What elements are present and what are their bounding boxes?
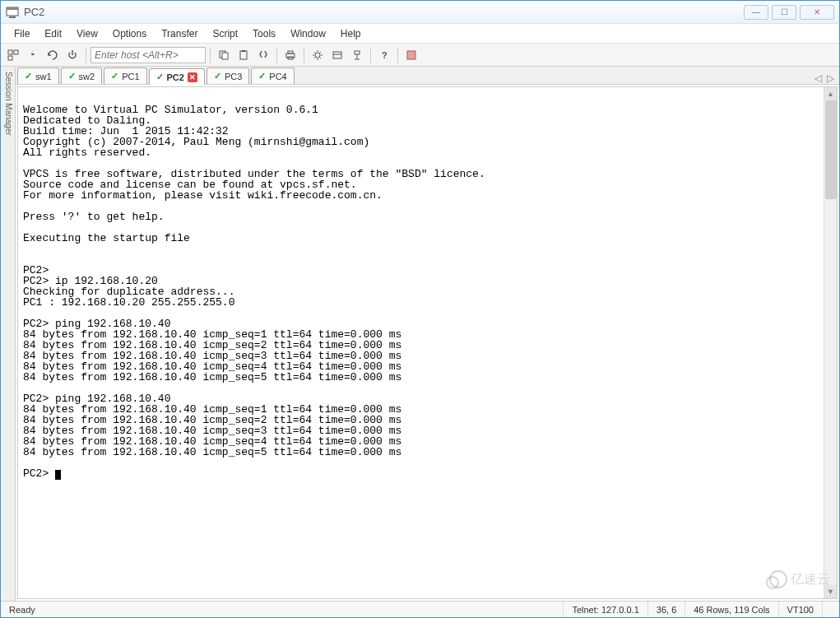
main-area: Session Manager ✓sw1 ✓sw2 ✓PC1 ✓PC2✕ ✓PC… bbox=[1, 67, 839, 601]
extra-tool-icon[interactable] bbox=[402, 46, 420, 64]
window-controls: ― ☐ ✕ bbox=[744, 5, 834, 20]
tab-label: sw1 bbox=[35, 72, 52, 81]
app-window: PC2 ― ☐ ✕ File Edit View Options Transfe… bbox=[0, 0, 840, 618]
scroll-up-icon[interactable]: ▲ bbox=[824, 87, 837, 100]
host-input[interactable] bbox=[90, 47, 206, 63]
tab-prev-icon[interactable]: ◁ bbox=[814, 72, 822, 84]
svg-rect-17 bbox=[355, 51, 360, 54]
tab-pc1[interactable]: ✓PC1 bbox=[104, 67, 146, 84]
menu-tools[interactable]: Tools bbox=[246, 26, 282, 42]
scrollbar[interactable]: ▲ ▼ bbox=[824, 87, 837, 598]
menubar: File Edit View Options Transfer Script T… bbox=[1, 24, 839, 44]
menu-edit[interactable]: Edit bbox=[38, 26, 68, 42]
toolbar: ? bbox=[1, 44, 839, 67]
svg-rect-4 bbox=[14, 50, 18, 54]
menu-view[interactable]: View bbox=[70, 26, 104, 42]
svg-rect-10 bbox=[242, 50, 245, 52]
session-manager-tab[interactable]: Session Manager bbox=[1, 67, 16, 601]
toolbar-sep bbox=[86, 47, 86, 63]
status-pad bbox=[823, 602, 839, 617]
svg-point-14 bbox=[315, 53, 320, 58]
svg-rect-3 bbox=[8, 50, 12, 54]
maximize-button[interactable]: ☐ bbox=[772, 5, 796, 20]
status-emulation: VT100 bbox=[779, 602, 823, 617]
menu-window[interactable]: Window bbox=[284, 26, 332, 42]
tab-next-icon[interactable]: ▷ bbox=[827, 72, 834, 84]
tab-label: PC4 bbox=[269, 72, 286, 81]
help-icon[interactable]: ? bbox=[375, 46, 393, 64]
tab-label: PC2 bbox=[167, 72, 184, 82]
svg-rect-9 bbox=[240, 51, 247, 59]
menu-transfer[interactable]: Transfer bbox=[155, 26, 204, 42]
options-icon[interactable] bbox=[309, 46, 327, 64]
svg-rect-8 bbox=[222, 53, 228, 59]
tab-pc3[interactable]: ✓PC3 bbox=[207, 67, 249, 84]
quick-connect-icon[interactable] bbox=[24, 46, 42, 64]
statusbar: Ready Telnet: 127.0.0.1 36, 6 46 Rows, 1… bbox=[1, 601, 839, 617]
check-icon: ✓ bbox=[156, 72, 164, 82]
tab-label: PC1 bbox=[122, 72, 139, 81]
toolbar-sep bbox=[370, 47, 371, 63]
menu-help[interactable]: Help bbox=[334, 26, 368, 42]
app-icon bbox=[6, 6, 19, 19]
tab-pc2[interactable]: ✓PC2✕ bbox=[149, 68, 205, 85]
svg-text:?: ? bbox=[382, 50, 388, 60]
status-ready: Ready bbox=[1, 602, 564, 617]
toolbar-sep bbox=[210, 47, 211, 63]
svg-rect-15 bbox=[333, 52, 341, 58]
svg-rect-21 bbox=[407, 51, 415, 59]
check-icon: ✓ bbox=[111, 71, 118, 81]
tab-sw2[interactable]: ✓sw2 bbox=[61, 67, 103, 84]
toolbar-sep bbox=[397, 47, 398, 63]
menu-script[interactable]: Script bbox=[206, 26, 244, 42]
check-icon: ✓ bbox=[25, 71, 32, 81]
content-area: ✓sw1 ✓sw2 ✓PC1 ✓PC2✕ ✓PC3 ✓PC4 ◁ ▷ Welco… bbox=[16, 67, 839, 601]
minimize-button[interactable]: ― bbox=[744, 5, 768, 20]
tab-nav: ◁ ▷ bbox=[810, 72, 839, 84]
reconnect-icon[interactable] bbox=[44, 46, 62, 64]
check-icon: ✓ bbox=[214, 71, 221, 81]
copy-icon[interactable] bbox=[215, 46, 233, 64]
tab-sw1[interactable]: ✓sw1 bbox=[17, 67, 59, 84]
keymap-icon[interactable] bbox=[348, 46, 366, 64]
scroll-thumb[interactable] bbox=[825, 100, 837, 199]
tab-pc4[interactable]: ✓PC4 bbox=[251, 67, 294, 84]
menu-options[interactable]: Options bbox=[106, 26, 153, 42]
check-icon: ✓ bbox=[68, 71, 76, 81]
terminal[interactable]: Welcome to Virtual PC Simulator, version… bbox=[18, 87, 837, 486]
tab-label: PC3 bbox=[225, 72, 242, 81]
find-icon[interactable] bbox=[254, 46, 272, 64]
tab-label: sw2 bbox=[79, 72, 95, 81]
session-manager-icon[interactable] bbox=[4, 46, 22, 64]
titlebar[interactable]: PC2 ― ☐ ✕ bbox=[1, 1, 839, 24]
window-title: PC2 bbox=[24, 6, 744, 18]
close-button[interactable]: ✕ bbox=[800, 5, 834, 20]
terminal-cursor bbox=[55, 470, 61, 480]
status-connection: Telnet: 127.0.0.1 bbox=[564, 602, 647, 617]
disconnect-icon[interactable] bbox=[63, 46, 81, 64]
svg-rect-5 bbox=[8, 56, 12, 60]
status-cursor-pos: 36, 6 bbox=[648, 602, 685, 617]
toolbar-sep bbox=[276, 47, 277, 63]
svg-rect-12 bbox=[288, 51, 293, 53]
menu-file[interactable]: File bbox=[7, 26, 36, 42]
scroll-down-icon[interactable]: ▼ bbox=[824, 585, 837, 598]
tabbar: ✓sw1 ✓sw2 ✓PC1 ✓PC2✕ ✓PC3 ✓PC4 ◁ ▷ bbox=[16, 67, 839, 85]
paste-icon[interactable] bbox=[234, 46, 253, 64]
session-options-icon[interactable] bbox=[328, 46, 346, 64]
close-tab-icon[interactable]: ✕ bbox=[188, 72, 197, 82]
print-icon[interactable] bbox=[281, 46, 299, 64]
svg-rect-1 bbox=[7, 7, 18, 10]
toolbar-sep bbox=[304, 47, 304, 63]
check-icon: ✓ bbox=[258, 71, 266, 81]
svg-rect-2 bbox=[9, 16, 16, 18]
terminal-wrapper: Welcome to Virtual PC Simulator, version… bbox=[17, 86, 838, 599]
status-dimensions: 46 Rows, 119 Cols bbox=[685, 602, 778, 617]
